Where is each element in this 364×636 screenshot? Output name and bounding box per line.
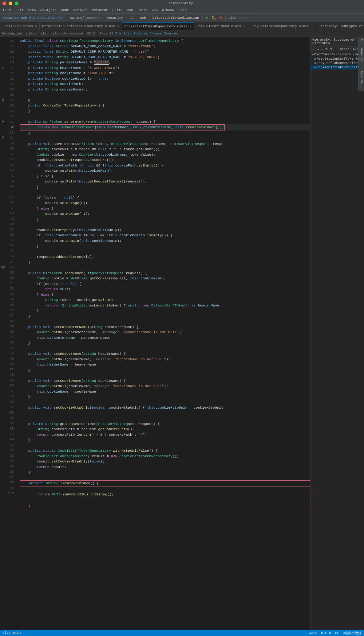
stop-button[interactable]: ■ (218, 15, 224, 21)
toolbar-git[interactable]: Git: (227, 15, 238, 20)
code-line-16: public final class CookieCsrfTokenReposi… (20, 38, 310, 44)
hierarchy-tool-1[interactable]: ← (312, 47, 315, 51)
gutter-90 (0, 437, 6, 442)
hierarchy-title: Hierarchy: Subtypes of CsrfToken... (312, 38, 362, 45)
gutter-25 (0, 87, 6, 92)
menu-tools[interactable]: Tools (135, 8, 149, 13)
menu-build[interactable]: Build (110, 8, 124, 13)
gutter-40 (0, 167, 6, 173)
menu-code[interactable]: Code (59, 8, 71, 13)
code-line-67: } (20, 314, 310, 319)
code-line-97 (20, 475, 310, 481)
gutter-61 (0, 281, 6, 286)
gutter-63 (0, 291, 6, 297)
code-line-83 (20, 400, 310, 405)
choose-sources-link[interactable]: Choose Sources... (150, 32, 184, 35)
menu-view[interactable]: View (26, 8, 38, 13)
tree-item-csrf-repository[interactable]: ◈ CsrfTokenRepository (org.spring... (311, 52, 364, 57)
tree-item-lazy[interactable]: ◉ LazyCsrfTokenRepository (org.s... (311, 61, 364, 65)
code-line-57: } (20, 260, 310, 265)
code-line-73 (20, 346, 310, 351)
gutter-91 (0, 442, 6, 448)
code-line-100: } (20, 502, 310, 514)
status-git: Git: main (2, 631, 21, 635)
code-line-53: cookie.setDomain(this.cookieDomain); (20, 238, 310, 244)
gutter-37 (0, 151, 6, 157)
gutter-70 (0, 329, 6, 334)
tab-hierarchy[interactable]: Hierarchy: Subtypes of CsrfToken... ✕ (316, 22, 364, 30)
menu-file[interactable]: File (1, 8, 13, 13)
code-content[interactable]: public final class CookieCsrfTokenReposi… (17, 37, 310, 636)
download-sources-link[interactable]: Download Sources (115, 32, 148, 35)
code-line-36: String tokenValue = token == null ? "" :… (20, 146, 310, 152)
gutter-22 (0, 70, 6, 76)
debug-button[interactable]: 🐛 (211, 15, 217, 21)
menu-navigate[interactable]: Navigate (38, 8, 58, 13)
tab-http-session-close[interactable]: ✕ (117, 24, 119, 28)
code-line-46: cookie.setMaxAge(0); (20, 200, 310, 206)
gutter-17 (0, 44, 6, 49)
hierarchy-refresh[interactable]: ↻ (320, 47, 324, 51)
gutter-55 (0, 248, 6, 254)
menu-run[interactable]: Run (125, 8, 135, 13)
code-line-93: CookieCsrfTokenRepository result = new C… (20, 454, 310, 459)
tree-item-cookie[interactable]: ◉ CookieCsrfTokenRepository (org... (311, 65, 364, 70)
max-btn[interactable] (15, 2, 18, 5)
toolbar-app[interactable]: DemosecurityApplication (151, 15, 201, 20)
menu-analyze[interactable]: Analyze (71, 8, 89, 13)
gutter-71 (0, 334, 6, 340)
class-icon-1: ◉ (314, 57, 316, 61)
gutter-20 (0, 60, 6, 65)
gutter-72 (0, 340, 6, 345)
menu-refactor[interactable]: Refactor (90, 8, 110, 13)
code-line-48: cookie.setMaxAge(-1); (20, 211, 310, 217)
hierarchy-tool-2[interactable]: → (316, 47, 320, 51)
hierarchy-collapse[interactable]: ⊟ (329, 47, 333, 51)
tree-item-cookie-label: CookieCsrfTokenRepository (org... (317, 66, 364, 69)
gutter-50 (0, 221, 6, 227)
gutter-78 (0, 372, 6, 378)
menu-window[interactable]: Window (160, 8, 176, 13)
min-btn[interactable] (9, 2, 12, 5)
code-editor[interactable]: ⚠ @ ⊙ @ (0, 37, 310, 636)
tab-csrf-token-label: CsrfToken.class (2, 24, 33, 28)
toolbar-separator-4 (225, 15, 226, 21)
gutter-42 (0, 178, 6, 184)
tab-bean-validator[interactable]: Bean Va... (358, 46, 364, 69)
tab-bean-validator-2[interactable]: Bean Va... (358, 69, 364, 91)
tree-item-http-session[interactable]: ◉ HttpSessionCsrfTokenReposito... (311, 57, 364, 61)
tab-default-csrf-close[interactable]: ✕ (243, 24, 245, 28)
tab-http-session[interactable]: HttpSessionCsrfTokenRepository.class ✕ (40, 22, 122, 30)
gutter-38 (0, 157, 6, 162)
menu-edit[interactable]: Edit (14, 8, 25, 13)
tab-csrf-token[interactable]: CsrfToken.class ✕ (0, 22, 40, 30)
gutter-53 (0, 238, 6, 243)
close-btn[interactable] (2, 2, 6, 5)
gutter-36 (0, 146, 6, 151)
toolbar-web[interactable]: web (138, 15, 148, 20)
gutter-65 (0, 302, 6, 308)
menu-vcs[interactable]: VCS (150, 8, 160, 13)
toolbar-db[interactable]: db (128, 15, 135, 20)
tab-cookie-csrf[interactable]: CookieCsrfTokenRepository.class ✕ (122, 22, 194, 30)
tab-lazy-csrf-close[interactable]: ✕ (311, 24, 313, 28)
tab-run[interactable]: Run (358, 37, 364, 46)
menu-help[interactable]: Help (177, 8, 188, 13)
tab-cookie-csrf-close[interactable]: ✕ (189, 25, 191, 28)
hierarchy-expand[interactable]: ⊞ (325, 47, 328, 51)
tab-default-csrf[interactable]: DefaultCsrfToken.class ✕ (194, 22, 248, 30)
toolbar-spring[interactable]: springframework (69, 15, 102, 20)
gutter-19 (0, 54, 6, 60)
tab-lazy-csrf[interactable]: LazyCsrfTokenRepository.class ✕ (248, 22, 316, 30)
toolbar-security[interactable]: security (105, 15, 125, 20)
gutter-100 (0, 490, 6, 496)
hierarchy-toolbar: ← → ↻ ⊞ ⊟ Scope: All ▾ (311, 46, 364, 52)
gutter-83 (0, 399, 6, 405)
code-line-32: return new DefaultCsrfToken(this.headerN… (20, 124, 310, 130)
code-gutter: ⚠ @ ⊙ @ (0, 37, 6, 636)
code-line-41: } else { (20, 174, 310, 179)
gutter-73 (0, 345, 6, 351)
run-button[interactable]: ▶ (204, 15, 210, 21)
tab-csrf-token-close[interactable]: ✕ (35, 24, 37, 28)
toolbar-project[interactable]: security-web-5.2.4.RELEASE.jar (1, 15, 65, 20)
